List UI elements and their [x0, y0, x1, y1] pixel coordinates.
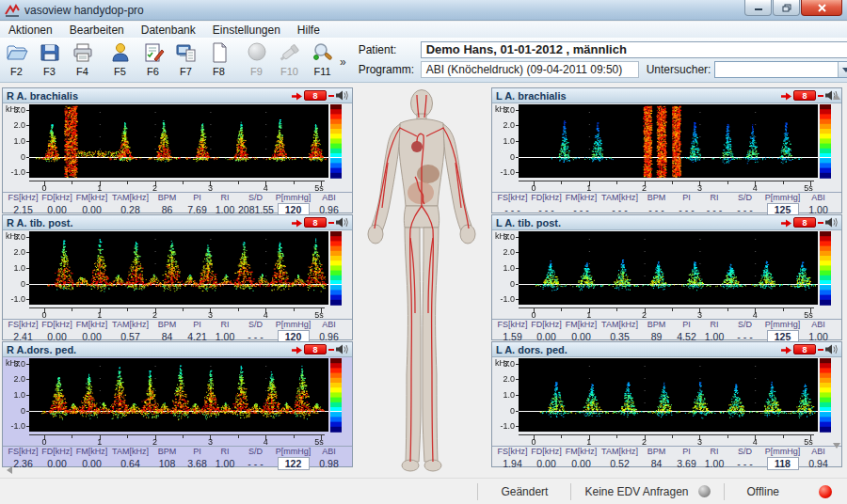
restore-button[interactable] [773, 0, 800, 16]
stat-header: FD[kHz] [40, 447, 74, 456]
close-icon [818, 4, 826, 12]
minimize-icon [754, 4, 763, 11]
pressure-input[interactable]: 118 [767, 457, 799, 470]
panel-header-l-tib-post[interactable]: L A. tib. post.8 [492, 215, 841, 230]
speaker-icon[interactable] [825, 214, 838, 231]
doppler-waveform-canvas[interactable] [3, 103, 350, 192]
stat-value: 108 [152, 458, 183, 469]
probe-arrow-icon [292, 87, 302, 104]
speaker-icon[interactable] [336, 341, 348, 358]
menu-item-einstellungen[interactable]: Einstellungen [204, 23, 289, 38]
stat-header: PI [672, 447, 701, 456]
open-folder-icon [0, 41, 33, 66]
stat-header: P[mmHg] [762, 447, 803, 456]
panel-header-l-brachialis[interactable]: L A. brachialis8 [492, 88, 841, 103]
stat-value-pressure: 118 [762, 457, 803, 470]
speaker-icon[interactable] [825, 341, 838, 358]
toolbar-button-f9: F9 [240, 39, 273, 77]
panel-r-brachialis: R A. brachialis8FS[kHz]FD[kHz]FM[kHz]TAM… [2, 87, 353, 213]
toolbar-button-f5[interactable]: F5 [104, 39, 136, 77]
speaker-icon[interactable] [336, 214, 348, 231]
edv-indicator-icon [698, 485, 711, 497]
title-bar: vasoview handydop-pro [0, 0, 847, 21]
status-offline: Offline [725, 485, 802, 498]
stat-value: - - - [238, 458, 273, 469]
menu-item-bearbeiten[interactable]: Bearbeiten [61, 23, 133, 38]
menu-bar: AktionenBearbeitenDatenbankEinstellungen… [0, 22, 847, 38]
stat-value: 1.00 [212, 204, 238, 215]
probe-channel-badge: 8 [793, 344, 816, 354]
patient-icon [104, 41, 136, 66]
stat-value: - - - [641, 204, 672, 215]
stat-header: P[mmHg] [273, 193, 313, 202]
stat-header: RI [212, 447, 238, 456]
stat-header: ABI [803, 193, 834, 202]
menu-item-aktionen[interactable]: Aktionen [0, 23, 61, 38]
stat-header: FD[kHz] [529, 447, 564, 456]
toolbar-button-f4[interactable]: F4 [66, 39, 99, 77]
scroll-down-arrow[interactable] [833, 443, 840, 449]
save-icon [33, 41, 66, 66]
close-button[interactable] [801, 0, 842, 16]
scroll-left-arrow[interactable] [7, 466, 12, 474]
examiner-dropdown[interactable] [714, 61, 847, 78]
panel-header-l-dors-ped[interactable]: L A. dors. ped.8 [492, 342, 841, 357]
toolbar-button-f3[interactable]: F3 [33, 39, 66, 77]
program-label: Programm: [359, 63, 417, 76]
panel-title: L A. brachialis [496, 90, 781, 102]
badge-dash [818, 222, 823, 224]
probe-channel-badge: 8 [304, 90, 327, 101]
doppler-waveform-canvas[interactable] [3, 230, 350, 319]
toolbar-overflow-button[interactable]: » [339, 55, 349, 82]
stat-value: - - - [727, 331, 762, 342]
menu-item-datenbank[interactable]: Datenbank [133, 23, 204, 38]
measurement-table: FS[kHz]FD[kHz]FM[kHz]TAM[kHz]BPMPIRIS/DP… [3, 319, 352, 343]
panel-title: L A. dors. ped. [496, 344, 781, 355]
toolbar-button-f11[interactable]: F11 [306, 39, 339, 77]
measurement-table: FS[kHz]FD[kHz]FM[kHz]TAM[kHz]BPMPIRIS/DP… [492, 192, 841, 216]
panel-title: R A.dors. ped. [7, 344, 292, 355]
speaker-icon[interactable] [336, 87, 348, 104]
menu-item-hilfe[interactable]: Hilfe [289, 23, 328, 38]
stat-header: ABI [313, 320, 344, 329]
stat-value: 1.94 [496, 458, 529, 469]
minimize-button[interactable] [744, 0, 772, 16]
patient-name-field[interactable]: Demo Hans, 01-01-2012 , männlich [421, 41, 847, 58]
stat-header: FD[kHz] [529, 320, 564, 329]
toolbar-button-f6[interactable]: F6 [136, 39, 169, 77]
pressure-input[interactable]: 122 [278, 457, 310, 470]
probe-channel-badge: 8 [304, 217, 327, 228]
badge-dash [328, 95, 334, 97]
stat-header: FS[kHz] [7, 447, 40, 456]
stat-header: P[mmHg] [273, 320, 313, 329]
doppler-waveform-canvas[interactable] [3, 357, 350, 446]
doppler-waveform-canvas[interactable] [492, 103, 839, 192]
toolbar-button-f7[interactable]: F7 [169, 39, 202, 77]
badge-dash [818, 95, 823, 97]
stat-header: FM[kHz] [564, 320, 599, 329]
search-icon [306, 41, 339, 66]
stat-header: BPM [641, 447, 672, 456]
stat-header: TAM[kHz] [599, 193, 641, 202]
panel-header-r-tib-post[interactable]: R A. tib. post.8 [3, 215, 352, 230]
toolbar-button-f2[interactable]: F2 [0, 39, 33, 77]
toolbar-button-f8[interactable]: F8 [202, 39, 235, 77]
scroll-up-arrow[interactable] [833, 94, 840, 100]
stat-header: RI [212, 193, 238, 202]
panel-header-r-brachialis[interactable]: R A. brachialis8 [3, 88, 352, 103]
program-field[interactable]: ABI (Knöcheldruck) (09-04-2011 09:50) [421, 61, 639, 78]
doppler-waveform-canvas[interactable] [492, 230, 839, 319]
stat-header: RI [701, 320, 727, 329]
probe-channel-badge: 8 [793, 90, 816, 101]
stat-value: 0.00 [74, 458, 109, 469]
patient-section: Patient: Demo Hans, 01-01-2012 , männlic… [353, 38, 847, 82]
dropdown-button[interactable] [838, 62, 847, 77]
window-title: vasoview handydop-pro [24, 4, 144, 17]
print-icon [66, 41, 99, 66]
stat-header: ABI [313, 193, 344, 202]
stat-header: TAM[kHz] [599, 320, 641, 329]
doppler-waveform-canvas[interactable] [492, 357, 839, 446]
stat-value: 84 [152, 331, 183, 342]
panel-header-r-dors-ped[interactable]: R A.dors. ped.8 [3, 342, 352, 357]
body-figure[interactable] [352, 87, 491, 475]
